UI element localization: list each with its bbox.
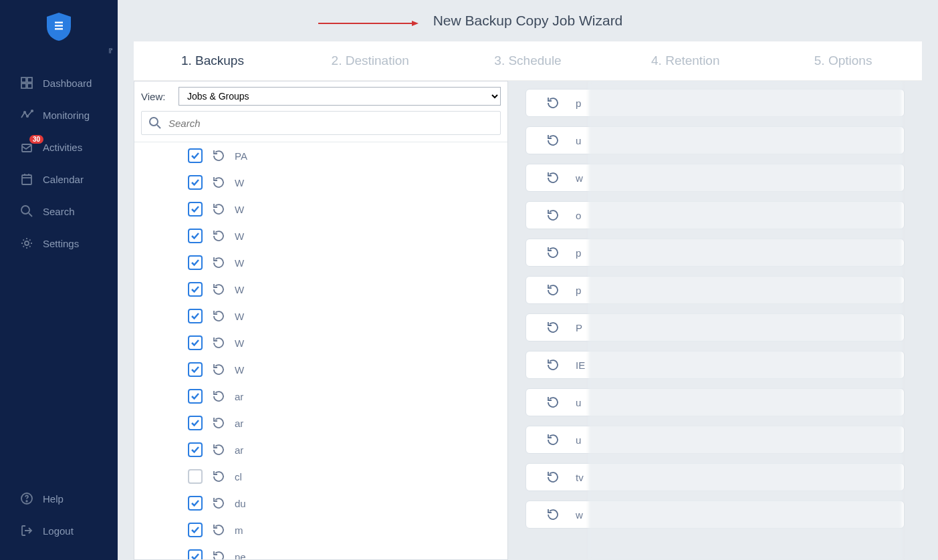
sidebar-item-search[interactable]: Search [0, 195, 118, 227]
search-icon [148, 116, 162, 130]
restore-icon [546, 433, 560, 446]
checkbox[interactable] [188, 255, 203, 270]
selected-card[interactable]: o [525, 201, 905, 229]
sidebar-item-help[interactable]: Help [0, 482, 118, 515]
list-item[interactable]: W [134, 249, 507, 276]
list-item[interactable]: m [134, 517, 507, 543]
list-item[interactable]: ne [134, 543, 507, 559]
card-label: u [576, 434, 581, 446]
view-select[interactable]: Jobs & Groups [179, 87, 501, 106]
wizard-panel: 1. Backups 2. Destination 3. Schedule 4.… [134, 41, 922, 560]
header: New Backup Copy Job Wizard [118, 0, 938, 41]
selected-card[interactable]: p [525, 276, 905, 304]
list-item[interactable]: W [134, 196, 507, 223]
list-item[interactable]: PA [134, 142, 507, 169]
list-item[interactable]: W [134, 276, 507, 303]
checkbox[interactable] [188, 282, 203, 297]
card-label: p [576, 285, 581, 296]
checkbox[interactable] [188, 202, 203, 217]
svg-point-15 [21, 206, 29, 214]
list-item[interactable]: ar [134, 436, 507, 463]
card-label: p [576, 98, 581, 109]
restore-icon [212, 256, 225, 269]
item-label: W [235, 337, 244, 349]
search-box [141, 111, 501, 135]
checkbox[interactable] [188, 442, 203, 457]
item-label: ne [235, 551, 246, 560]
item-label: W [235, 231, 244, 242]
checkbox[interactable] [188, 549, 203, 559]
list-item[interactable]: cl [134, 463, 507, 490]
restore-icon [212, 390, 225, 403]
checkbox[interactable] [188, 389, 203, 404]
item-label: ar [235, 444, 243, 456]
checkbox[interactable] [188, 309, 203, 323]
selected-card[interactable]: p [525, 239, 905, 267]
card-label: u [576, 397, 581, 408]
checkbox[interactable] [188, 335, 203, 350]
sidebar-item-monitoring[interactable]: Monitoring [0, 99, 118, 131]
restore-icon [212, 202, 225, 216]
svg-line-16 [29, 213, 32, 217]
svg-rect-3 [21, 78, 26, 82]
list-item[interactable]: W [134, 169, 507, 196]
checkbox[interactable] [188, 229, 203, 243]
source-panel: View: Jobs & Groups PAWWWWWWWWarararcldu… [134, 81, 508, 560]
selected-card[interactable]: P [525, 313, 905, 341]
source-list[interactable]: PAWWWWWWWWarararcldumne [134, 142, 507, 559]
restore-icon [546, 508, 560, 521]
step-backups[interactable]: 1. Backups [134, 53, 291, 68]
search-icon [20, 204, 33, 218]
list-item[interactable]: du [134, 490, 507, 517]
restore-icon [546, 358, 560, 372]
checkbox[interactable] [188, 175, 203, 190]
search-input[interactable] [168, 118, 493, 129]
svg-rect-5 [21, 84, 26, 88]
restore-icon [212, 309, 225, 323]
restore-icon [546, 396, 560, 409]
sidebar-item-logout[interactable]: Logout [0, 515, 118, 547]
restore-icon [212, 229, 225, 243]
selected-card[interactable]: p [525, 89, 905, 117]
step-retention[interactable]: 4. Retention [606, 53, 764, 68]
sidebar-item-label: Logout [43, 525, 74, 537]
selected-card[interactable]: u [525, 126, 905, 154]
checkbox[interactable] [188, 362, 203, 377]
step-schedule[interactable]: 3. Schedule [449, 53, 607, 68]
svg-rect-2 [55, 28, 63, 29]
selected-card[interactable]: IE [525, 351, 905, 379]
list-item[interactable]: W [134, 223, 507, 249]
step-options[interactable]: 5. Options [764, 53, 922, 68]
selected-card[interactable]: w [525, 501, 905, 529]
card-label: IE [576, 360, 585, 371]
checkbox[interactable] [188, 469, 203, 484]
nav-bottom: Help Logout [0, 482, 118, 560]
svg-point-22 [150, 118, 158, 126]
logout-icon [20, 524, 33, 537]
list-item[interactable]: ar [134, 410, 507, 436]
sidebar-item-settings[interactable]: Settings [0, 227, 118, 259]
selected-card[interactable]: tv [525, 463, 905, 491]
monitoring-icon [20, 108, 33, 122]
selected-card[interactable]: u [525, 388, 905, 416]
svg-point-8 [27, 116, 28, 117]
sidebar-item-activities[interactable]: 30 Activities [0, 131, 118, 163]
checkbox[interactable] [188, 416, 203, 430]
selected-card[interactable]: w [525, 164, 905, 192]
checkbox[interactable] [188, 148, 203, 163]
checkbox[interactable] [188, 496, 203, 511]
checkbox[interactable] [188, 523, 203, 537]
list-item[interactable]: W [134, 329, 507, 356]
list-item[interactable]: ar [134, 383, 507, 410]
svg-point-7 [24, 112, 25, 113]
step-destination[interactable]: 2. Destination [291, 53, 449, 68]
list-item[interactable]: W [134, 303, 507, 329]
svg-rect-1 [55, 25, 63, 26]
sidebar-item-dashboard[interactable]: Dashboard [0, 67, 118, 99]
help-icon [20, 492, 33, 505]
item-label: m [235, 525, 243, 536]
page-title: New Backup Copy Job Wizard [433, 13, 623, 29]
sidebar-item-calendar[interactable]: Calendar [0, 163, 118, 195]
list-item[interactable]: W [134, 356, 507, 383]
selected-card[interactable]: u [525, 426, 905, 454]
